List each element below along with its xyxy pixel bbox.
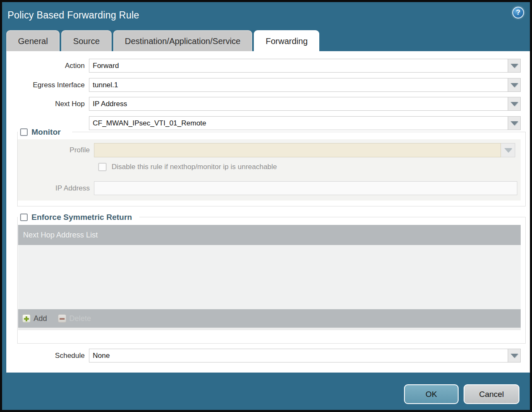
monitor-legend-label: Monitor [31, 128, 61, 137]
schedule-value[interactable]: None [89, 349, 508, 362]
egress-interface-row: Egress Interface tunnel.1 [6, 78, 530, 92]
schedule-dropdown-button[interactable] [508, 349, 521, 362]
help-icon[interactable]: ? [512, 7, 524, 18]
monitor-checkbox[interactable] [20, 128, 28, 136]
plus-icon [22, 314, 31, 323]
next-hop-type-select[interactable]: IP Address [89, 97, 521, 111]
action-dropdown-button[interactable] [508, 59, 521, 73]
delete-button-label: Delete [69, 314, 91, 323]
add-button[interactable]: Add [22, 314, 47, 323]
egress-interface-dropdown-button[interactable] [508, 78, 521, 92]
monitor-ip-input-disabled [94, 181, 517, 195]
next-hop-address-dropdown-button[interactable] [508, 116, 521, 130]
chevron-down-icon [511, 102, 518, 106]
profile-label: Profile [18, 146, 94, 154]
chevron-down-icon [504, 148, 512, 152]
tab-forwarding[interactable]: Forwarding [254, 30, 319, 51]
next-hop-address-row: CF_MWAN_IPsec_VTI_01_Remote [6, 116, 530, 130]
tab-bar: General Source Destination/Application/S… [6, 30, 319, 51]
forwarding-tab-panel: Action Forward Egress Interface tunnel.1… [6, 51, 530, 373]
profile-dropdown-button-disabled [501, 143, 515, 157]
enforce-symmetric-return-fieldset: Enforce Symmetric Return Next Hop Addres… [17, 217, 526, 344]
next-hop-address-list-header: Next Hop Address List [18, 225, 521, 245]
egress-interface-label: Egress Interface [6, 81, 89, 89]
chevron-down-icon [511, 64, 518, 68]
profile-select-disabled [94, 143, 515, 157]
next-hop-address-list-body[interactable] [18, 245, 521, 309]
chevron-down-icon [511, 354, 518, 358]
monitor-disabled-panel: Profile Disable this rule if nexthop/mon… [18, 139, 521, 201]
monitor-legend: Monitor [18, 128, 72, 137]
enforce-symmetric-return-legend: Enforce Symmetric Return [18, 213, 139, 222]
egress-interface-value[interactable]: tunnel.1 [89, 78, 508, 92]
disable-rule-row: Disable this rule if nexthop/monitor ip … [18, 163, 521, 171]
pbf-rule-dialog: Policy Based Forwarding Rule ? General S… [0, 0, 532, 412]
enforce-symmetric-return-checkbox[interactable] [20, 214, 28, 221]
delete-button-disabled: Delete [58, 314, 91, 323]
add-button-label: Add [34, 314, 47, 323]
action-value[interactable]: Forward [89, 59, 508, 73]
tab-general[interactable]: General [6, 30, 60, 51]
next-hop-address-value[interactable]: CF_MWAN_IPsec_VTI_01_Remote [89, 116, 508, 130]
ok-button[interactable]: OK [404, 384, 459, 404]
table-bottom-strip [18, 328, 521, 330]
next-hop-label: Next Hop [6, 100, 89, 108]
next-hop-address-list-toolbar: Add Delete [18, 309, 521, 328]
schedule-select[interactable]: None [89, 349, 521, 362]
profile-value [94, 143, 501, 157]
schedule-label: Schedule [6, 352, 89, 360]
next-hop-dropdown-button[interactable] [508, 97, 521, 111]
next-hop-type-value[interactable]: IP Address [89, 97, 508, 111]
egress-interface-select[interactable]: tunnel.1 [89, 78, 521, 92]
disable-rule-label: Disable this rule if nexthop/monitor ip … [112, 163, 277, 171]
chevron-down-icon [511, 83, 518, 87]
cancel-button[interactable]: Cancel [464, 384, 519, 404]
minus-icon [58, 314, 66, 323]
enforce-symmetric-return-label: Enforce Symmetric Return [31, 213, 132, 222]
next-hop-address-select[interactable]: CF_MWAN_IPsec_VTI_01_Remote [89, 116, 521, 130]
monitor-ip-label: IP Address [18, 184, 94, 193]
profile-row: Profile [18, 143, 521, 157]
monitor-fieldset: Monitor Profile Disable this rule if nex… [17, 132, 526, 206]
monitor-ip-row: IP Address [18, 181, 521, 195]
action-row: Action Forward [6, 59, 530, 73]
tab-source[interactable]: Source [61, 30, 111, 51]
chevron-down-icon [511, 121, 518, 125]
action-label: Action [6, 62, 89, 70]
action-select[interactable]: Forward [89, 59, 521, 73]
disable-rule-checkbox [98, 163, 107, 171]
next-hop-address-list-table: Next Hop Address List Add Delete [18, 225, 521, 330]
tab-destination-application-service[interactable]: Destination/Application/Service [113, 30, 253, 51]
dialog-titlebar: Policy Based Forwarding Rule ? [2, 2, 530, 28]
next-hop-row: Next Hop IP Address [6, 97, 530, 111]
schedule-row: Schedule None [6, 349, 530, 362]
dialog-title: Policy Based Forwarding Rule [2, 10, 139, 21]
